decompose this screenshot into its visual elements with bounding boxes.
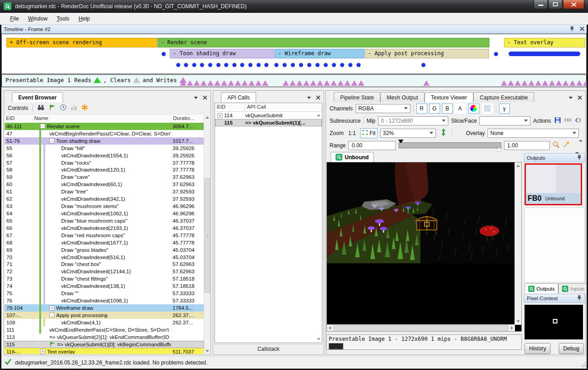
usage-triangle[interactable] xyxy=(317,80,323,86)
usage-triangle[interactable] xyxy=(528,80,535,86)
menu-item-window[interactable]: Window xyxy=(23,14,52,24)
timeline-marker-block[interactable]: - Toon shading draw xyxy=(170,49,274,58)
event-row[interactable]: 61Draw "tree"37.92593 xyxy=(5,188,204,195)
usage-triangle[interactable] xyxy=(283,80,289,86)
event-row[interactable]: 76vkCmdDrawIndexed(1098,1)57.33333 xyxy=(5,297,204,304)
channel-r-button[interactable]: R xyxy=(416,104,427,114)
usage-triangle[interactable] xyxy=(303,80,310,86)
slice-face-select[interactable] xyxy=(479,116,530,125)
range-white-point-handle[interactable] xyxy=(496,147,502,151)
flip-y-icon[interactable] xyxy=(441,129,446,137)
panel-menu-icon[interactable] xyxy=(569,97,572,99)
event-row[interactable]: 57Draw "rocks"37.77778 xyxy=(5,159,204,167)
usage-triangle[interactable] xyxy=(337,80,344,86)
event-row[interactable]: 56vkCmdDrawIndexed(1554,1)39.25926 xyxy=(5,152,204,159)
menu-item-help[interactable]: Help xyxy=(74,14,94,24)
event-row[interactable]: 58vkCmdDrawIndexed(120,1)37.77778 xyxy=(5,167,204,174)
gamma-toggle[interactable]: γ xyxy=(499,104,510,114)
colorwheel-toggle[interactable] xyxy=(468,104,479,114)
close-panel-icon[interactable] xyxy=(580,26,584,32)
menu-item-file[interactable]: File xyxy=(5,14,23,24)
usage-triangle[interactable] xyxy=(549,80,555,86)
tree-expander[interactable]: + xyxy=(49,306,54,311)
event-row[interactable]: 72vkCmdDrawIndexed(12144,1)57.62963 xyxy=(5,268,204,275)
event-row[interactable]: 63Draw "mushroom stems"46.96296 xyxy=(5,203,204,210)
minimize-button[interactable] xyxy=(534,0,548,9)
column-eid[interactable]: EID xyxy=(215,103,245,111)
zoom-1to1-button[interactable]: 1:1 xyxy=(346,128,358,138)
overlay-select[interactable]: None xyxy=(488,129,579,138)
event-row[interactable]: 78-104+Wireframe draw1784.5... xyxy=(5,304,204,312)
event-row[interactable]: 66vkCmdDrawIndexed(2193,1)46.37037 xyxy=(5,224,204,232)
event-row[interactable]: 68vkCmdDrawIndexed(1677,1)45.77778 xyxy=(5,239,204,246)
usage-triangle[interactable] xyxy=(562,80,569,86)
event-row[interactable]: 62vkCmdDrawIndexed(342,1)37.92593 xyxy=(5,195,204,203)
time-durations-icon[interactable] xyxy=(60,104,67,112)
usage-triangle[interactable] xyxy=(235,80,241,86)
close-panel-icon[interactable] xyxy=(316,94,320,102)
event-row[interactable]: 69Draw "grass blades"45.03704 xyxy=(5,246,204,254)
save-texture-icon[interactable] xyxy=(554,117,561,125)
channel-g-button[interactable]: G xyxy=(429,104,440,114)
tree-expander[interactable]: - xyxy=(49,138,54,143)
range-slider[interactable] xyxy=(399,142,501,148)
link-icon[interactable] xyxy=(564,117,572,124)
tab-texture-viewer[interactable]: Texture Viewer xyxy=(425,92,473,102)
usage-triangle[interactable] xyxy=(221,80,227,86)
scroll-up-icon[interactable] xyxy=(205,116,209,119)
usage-triangle[interactable] xyxy=(324,80,330,86)
usage-triangle[interactable] xyxy=(576,80,583,86)
stats-icon[interactable] xyxy=(71,104,77,112)
scroll-up-icon[interactable] xyxy=(317,114,320,116)
maximize-button[interactable] xyxy=(548,0,562,9)
event-row[interactable]: 71Draw "chest box"57.62963 xyxy=(5,261,204,268)
usage-triangle[interactable] xyxy=(535,80,541,86)
usage-triangle[interactable] xyxy=(501,80,507,86)
panel-menu-icon[interactable] xyxy=(194,97,198,99)
usage-triangle[interactable] xyxy=(262,80,268,86)
pin-icon[interactable] xyxy=(577,155,582,161)
checkerboard-toggle[interactable] xyxy=(482,104,493,114)
usage-triangle[interactable] xyxy=(255,80,262,86)
panel-menu-icon[interactable] xyxy=(307,97,311,99)
usage-triangle[interactable] xyxy=(351,80,357,86)
column-api-call[interactable]: API Call xyxy=(245,103,322,111)
event-row[interactable]: 111vkCmdEndRenderPass(C=Store, D=Store, … xyxy=(5,326,204,334)
viewport-hscrollbar[interactable] xyxy=(327,324,515,331)
channels-select[interactable]: RGBA xyxy=(356,104,410,113)
usage-triangle[interactable] xyxy=(521,80,528,86)
tree-expander[interactable]: + xyxy=(40,349,45,354)
channel-a-button[interactable]: A xyxy=(455,104,466,114)
event-row[interactable]: 73Draw "chest fittings"57.18518 xyxy=(5,275,204,282)
pixel-context-view[interactable] xyxy=(525,305,583,339)
usage-triangle[interactable] xyxy=(423,80,430,86)
tab-unbound-texture[interactable]: Unbound xyxy=(331,152,374,162)
column-name[interactable]: Name xyxy=(32,115,171,123)
jump-to-event-flag-icon[interactable] xyxy=(49,104,56,112)
event-browser-scrollbar[interactable] xyxy=(204,114,210,354)
event-row[interactable]: 46-111-Render scene3064.7... xyxy=(5,123,204,130)
timeline-marker-block[interactable]: - Apply post processing xyxy=(365,49,489,58)
debug-button[interactable]: Debug xyxy=(559,343,584,354)
open-custom-shader-icon[interactable] xyxy=(575,117,582,125)
bookmark-icon[interactable] xyxy=(81,104,88,112)
resize-grip[interactable] xyxy=(581,362,587,367)
usage-triangle[interactable] xyxy=(228,80,234,86)
event-row[interactable]: 75Draw ""57.33333 xyxy=(5,290,204,297)
tab-inputs[interactable]: Inputs xyxy=(558,283,588,293)
event-row[interactable]: 70vkCmdDrawIndexed(516,1)45.03704 xyxy=(5,254,204,261)
usage-triangle[interactable] xyxy=(508,80,514,86)
event-row[interactable]: 107-...-Apply post processing262.37... xyxy=(5,312,204,319)
range-min-input[interactable]: 0.00 xyxy=(348,141,396,150)
event-row[interactable]: 109vkCmdDraw(4,1)262.37... xyxy=(5,319,204,326)
usage-triangle[interactable] xyxy=(514,80,521,86)
event-row[interactable]: 115=> vkQueueSubmit(1)[0]: vkBeginComman… xyxy=(5,341,204,348)
texture-image[interactable] xyxy=(327,162,513,263)
api-call-row[interactable]: +114vkQueueSubmit xyxy=(215,112,322,119)
event-row[interactable]: 67Draw "red mushroom caps"45.77778 xyxy=(5,232,204,239)
usage-triangle[interactable] xyxy=(289,80,296,86)
tree-expander[interactable]: - xyxy=(40,124,45,129)
close-button[interactable] xyxy=(563,0,584,9)
tab-api-calls[interactable]: API Calls xyxy=(221,92,256,102)
event-row[interactable]: 51-76-Toon shading draw1017.7... xyxy=(5,137,204,145)
